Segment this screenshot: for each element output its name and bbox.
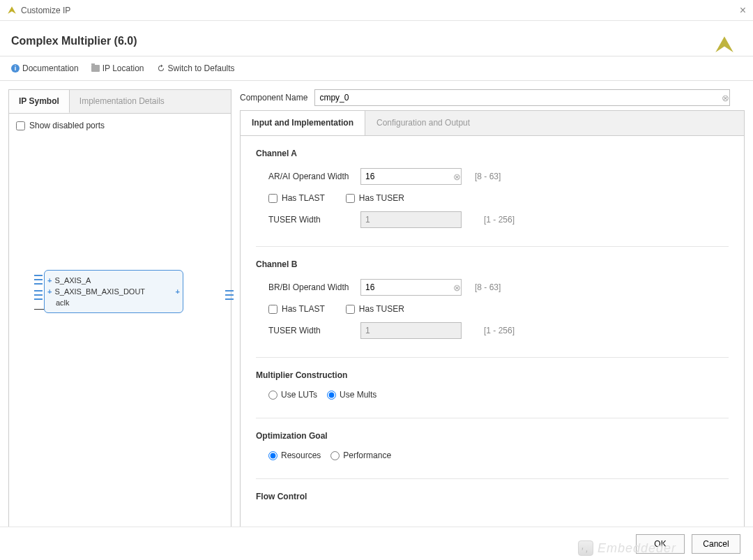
ip-box: +S_AXIS_A +S_AXIS_BM_AXIS_DOUT+ aclk <box>44 270 183 313</box>
titlebar: Customize IP × <box>0 0 753 21</box>
section-opt-goal: Optimization Goal Resources Performance <box>256 431 729 460</box>
cha-tuser-input <box>360 211 462 228</box>
header: Complex Multiplier (6.0) <box>0 21 753 56</box>
footer: OK Cancel <box>0 527 753 560</box>
documentation-label: Documentation <box>22 63 79 73</box>
tab-ip-symbol[interactable]: IP Symbol <box>9 90 70 113</box>
ok-button[interactable]: OK <box>636 534 685 554</box>
tab-input-implementation[interactable]: Input and Implementation <box>241 111 365 135</box>
close-icon[interactable]: × <box>740 4 746 17</box>
config-body[interactable]: Channel A AR/AI Operand Width ⊗ [8 - 63]… <box>241 136 744 553</box>
chb-has-tlast[interactable]: Has TLAST <box>268 304 325 314</box>
plus-icon: + <box>47 276 52 285</box>
config-box: Input and Implementation Configuration a… <box>240 110 745 554</box>
refresh-icon <box>157 64 165 73</box>
switch-defaults-button[interactable]: Switch to Defaults <box>157 63 235 73</box>
chb-tuser-input <box>360 322 462 339</box>
cha-tuser-label: TUSER Width <box>268 215 352 225</box>
component-name-label: Component Name <box>240 93 307 103</box>
br-operand-label: BR/BI Operand Width <box>268 282 352 292</box>
show-disabled-ports-checkbox[interactable]: Show disabled ports <box>16 121 224 130</box>
cancel-button[interactable]: Cancel <box>692 534 740 554</box>
config-tabs: Input and Implementation Configuration a… <box>241 111 744 136</box>
window-title: Customize IP <box>21 6 740 15</box>
documentation-button[interactable]: i Documentation <box>11 63 79 73</box>
component-name-input[interactable] <box>314 89 730 106</box>
left-panel: IP Symbol Implementation Details Show di… <box>8 89 231 554</box>
ar-operand-label: AR/AI Operand Width <box>268 172 352 181</box>
tab-implementation-details[interactable]: Implementation Details <box>70 90 174 113</box>
switch-defaults-label: Switch to Defaults <box>168 63 235 73</box>
ip-location-label: IP Location <box>102 63 144 73</box>
radio-use-luts[interactable]: Use LUTs <box>268 390 317 400</box>
section-mult-construction: Multiplier Construction Use LUTs Use Mul… <box>256 370 729 400</box>
section-channel-b: Channel B BR/BI Operand Width ⊗ [8 - 63]… <box>256 259 729 339</box>
plus-icon: + <box>47 287 52 296</box>
toolbar: i Documentation IP Location Switch to De… <box>0 56 753 81</box>
component-name-row: Component Name ⊗ <box>240 89 745 106</box>
chb-tuser-label: TUSER Width <box>268 326 352 335</box>
left-body: Show disabled ports +S_AXIS_A +S_AXIS_BM… <box>9 114 231 553</box>
radio-performance[interactable]: Performance <box>330 451 391 460</box>
right-panel: Component Name ⊗ Input and Implementatio… <box>240 89 745 554</box>
clear-icon[interactable]: ⊗ <box>722 93 729 103</box>
chb-tuser-range: [1 - 256] <box>484 326 515 335</box>
port-b: S_AXIS_BM_AXIS_DOUT <box>54 287 145 296</box>
cha-tuser-range: [1 - 256] <box>484 215 515 225</box>
main: IP Symbol Implementation Details Show di… <box>0 81 753 560</box>
flow-control-title: Flow Control <box>256 492 729 501</box>
folder-icon <box>91 65 100 72</box>
chb-has-tuser[interactable]: Has TUSER <box>346 304 404 314</box>
channel-a-title: Channel A <box>256 149 729 158</box>
clear-icon[interactable]: ⊗ <box>453 172 461 182</box>
channel-b-title: Channel B <box>256 259 729 269</box>
section-channel-a: Channel A AR/AI Operand Width ⊗ [8 - 63]… <box>256 149 729 228</box>
radio-resources[interactable]: Resources <box>268 451 321 460</box>
page-title: Complex Multiplier (6.0) <box>11 35 742 47</box>
br-operand-range: [8 - 63] <box>475 282 501 292</box>
app-logo-icon <box>7 6 17 15</box>
opt-goal-title: Optimization Goal <box>256 431 729 441</box>
radio-use-mults[interactable]: Use Mults <box>327 390 376 400</box>
ar-operand-range: [8 - 63] <box>475 172 501 181</box>
show-disabled-label: Show disabled ports <box>29 121 105 130</box>
section-flow-control: Flow Control <box>256 492 729 501</box>
port-clk: aclk <box>56 298 70 307</box>
xilinx-logo-icon <box>713 33 736 57</box>
left-tabs: IP Symbol Implementation Details <box>9 90 231 114</box>
plus-icon: + <box>176 287 180 296</box>
ip-symbol-diagram: +S_AXIS_A +S_AXIS_BM_AXIS_DOUT+ aclk <box>44 270 224 313</box>
ar-operand-input[interactable] <box>360 168 462 185</box>
tab-configuration-output[interactable]: Configuration and Output <box>365 111 481 135</box>
cha-has-tlast[interactable]: Has TLAST <box>268 193 325 203</box>
port-a: S_AXIS_A <box>54 276 91 285</box>
clear-icon[interactable]: ⊗ <box>453 282 461 293</box>
cha-has-tuser[interactable]: Has TUSER <box>346 193 404 203</box>
info-icon: i <box>11 64 20 73</box>
mult-construction-title: Multiplier Construction <box>256 370 729 380</box>
br-operand-input[interactable] <box>360 279 462 296</box>
ip-location-button[interactable]: IP Location <box>91 63 144 73</box>
show-disabled-checkbox-input[interactable] <box>16 121 25 130</box>
